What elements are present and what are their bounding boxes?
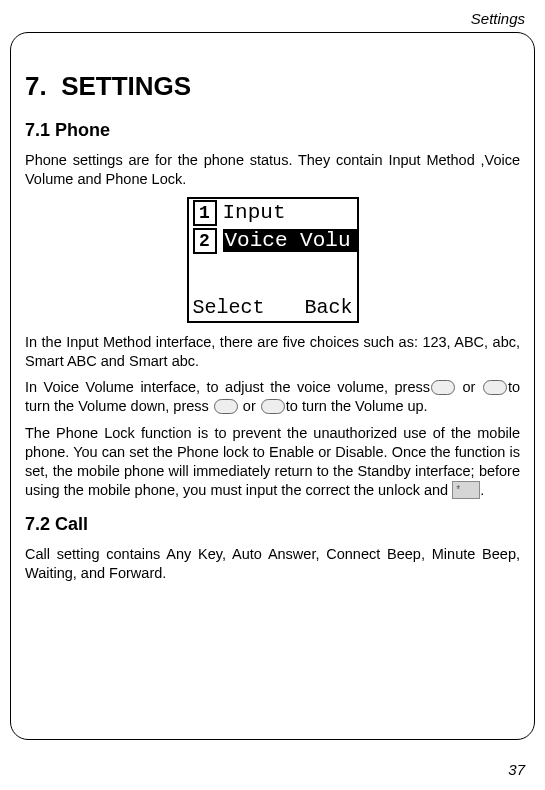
lcd-softkey-right: Back: [304, 296, 352, 319]
section-heading-phone: 7.1 Phone: [25, 120, 520, 141]
lcd-item1-label: Input: [223, 201, 357, 224]
section-heading-call: 7.2 Call: [25, 514, 520, 535]
call-paragraph: Call setting contains Any Key, Auto Answ…: [25, 545, 520, 583]
voice-vol-text-e: to turn the Volume up.: [286, 398, 428, 414]
lcd-item1-num: 1: [193, 200, 217, 226]
page-number: 37: [508, 761, 525, 778]
phone-intro-paragraph: Phone settings are for the phone status.…: [25, 151, 520, 189]
lcd-item2-label: Voice Volu: [223, 229, 357, 252]
chapter-number: 7.: [25, 71, 47, 101]
input-method-paragraph: In the Input Method interface, there are…: [25, 333, 520, 371]
voice-vol-text-b: or: [456, 379, 482, 395]
header-section-label: Settings: [471, 10, 525, 27]
chapter-title-text: SETTINGS: [61, 71, 191, 101]
lcd-row-2-selected: 2 Voice Volu: [189, 227, 357, 255]
key-icon-right-2: [261, 399, 285, 414]
content-frame: 7. SETTINGS 7.1 Phone Phone settings are…: [10, 32, 535, 740]
voice-vol-text-a: In Voice Volume interface, to adjust the…: [25, 379, 430, 395]
key-icon-left-2: [483, 380, 507, 395]
star-key-icon: *: [452, 481, 480, 499]
lcd-screenshot: 1 Input 2 Voice Volu Select Back: [25, 197, 520, 323]
phone-lock-paragraph: The Phone Lock function is to prevent th…: [25, 424, 520, 500]
lcd-screen: 1 Input 2 Voice Volu Select Back: [187, 197, 359, 323]
lock-text-b: .: [480, 482, 484, 498]
key-icon-right-1: [214, 399, 238, 414]
voice-volume-paragraph: In Voice Volume interface, to adjust the…: [25, 378, 520, 416]
key-icon-left-1: [431, 380, 455, 395]
lcd-item2-num: 2: [193, 228, 217, 254]
voice-vol-text-d: or: [239, 398, 260, 414]
lcd-row-1: 1 Input: [189, 199, 357, 227]
chapter-title: 7. SETTINGS: [25, 71, 520, 102]
lcd-softkeys: Select Back: [193, 296, 353, 319]
lcd-softkey-left: Select: [193, 296, 265, 319]
lock-text-a: The Phone Lock function is to prevent th…: [25, 425, 520, 498]
